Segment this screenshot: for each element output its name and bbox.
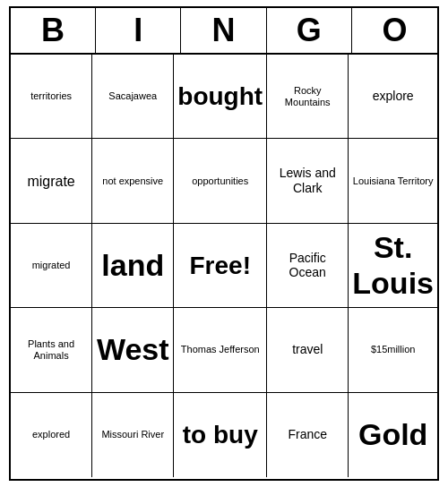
bingo-cell-19[interactable]: $15million: [349, 308, 437, 392]
bingo-card: B I N G O territoriesSacajaweaboughtRock…: [9, 6, 439, 481]
bingo-cell-22[interactable]: to buy: [174, 393, 267, 477]
bingo-cell-8[interactable]: Lewis and Clark: [267, 139, 349, 223]
bingo-cell-10[interactable]: migrated: [11, 224, 92, 308]
bingo-cell-20[interactable]: explored: [11, 393, 92, 477]
bingo-cell-0[interactable]: territories: [11, 55, 92, 139]
bingo-cell-12[interactable]: Free!: [174, 224, 267, 308]
bingo-cell-9[interactable]: Louisiana Territory: [349, 139, 437, 223]
bingo-cell-16[interactable]: West: [92, 308, 174, 392]
bingo-cell-2[interactable]: bought: [174, 55, 267, 139]
bingo-cell-24[interactable]: Gold: [349, 393, 437, 477]
header-n: N: [181, 8, 266, 53]
bingo-cell-23[interactable]: France: [267, 393, 349, 477]
bingo-cell-13[interactable]: Pacific Ocean: [267, 224, 349, 308]
bingo-cell-5[interactable]: migrate: [11, 139, 92, 223]
bingo-cell-6[interactable]: not expensive: [92, 139, 174, 223]
bingo-cell-17[interactable]: Thomas Jefferson: [174, 308, 267, 392]
bingo-cell-14[interactable]: St. Louis: [349, 224, 437, 308]
header-g: G: [267, 8, 352, 53]
bingo-cell-21[interactable]: Missouri River: [92, 393, 174, 477]
bingo-cell-4[interactable]: explore: [349, 55, 437, 139]
bingo-cell-3[interactable]: Rocky Mountains: [267, 55, 349, 139]
bingo-header: B I N G O: [11, 8, 437, 55]
bingo-cell-15[interactable]: Plants and Animals: [11, 308, 92, 392]
bingo-cell-18[interactable]: travel: [267, 308, 349, 392]
header-i: I: [96, 8, 181, 53]
header-b: B: [11, 8, 96, 53]
header-o: O: [352, 8, 437, 53]
bingo-cell-7[interactable]: opportunities: [174, 139, 267, 223]
bingo-grid: territoriesSacajaweaboughtRocky Mountain…: [11, 55, 437, 477]
bingo-cell-11[interactable]: land: [92, 224, 174, 308]
bingo-cell-1[interactable]: Sacajawea: [92, 55, 174, 139]
